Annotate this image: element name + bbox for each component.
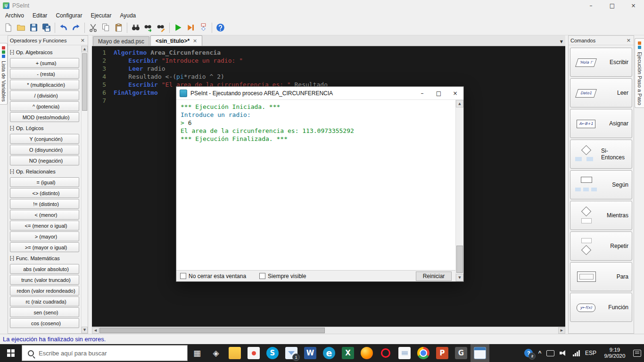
minimize-button[interactable]: – [580,0,602,11]
variables-panel-tab[interactable]: Lista de Variables [0,43,8,105]
taskbar-search[interactable] [22,345,188,361]
operator-entry[interactable]: > (mayor) [10,231,79,241]
file-explorer-icon[interactable] [225,344,244,362]
scrollbar-thumb[interactable] [99,328,325,333]
operator-entry[interactable]: >= (mayor o igual) [10,242,79,252]
operator-entry[interactable]: [-] Op. Algebraicos [9,47,80,57]
tab-close-icon[interactable]: × [193,38,197,44]
operator-entry[interactable]: <> (distinto) [10,188,79,198]
exec-maximize-button[interactable]: □ [430,87,447,100]
operator-entry[interactable]: [-] Op. Relacionales [9,166,80,176]
checkbox-box[interactable] [180,273,186,279]
close-panel-icon[interactable]: × [626,37,632,43]
command-item[interactable]: A←B+1 Asignar [570,109,632,138]
taskbar-clock[interactable]: 9:19 9/9/2020 [602,347,628,359]
menu-item[interactable]: Editar [28,12,51,19]
command-item[interactable]: Si-Entonces [570,140,632,169]
tray-help-icon[interactable]: ? [524,349,533,357]
edge-icon[interactable]: e [320,344,339,362]
operator-entry[interactable]: / (división) [10,90,79,100]
command-item[interactable]: Mientras [570,201,632,230]
store-icon[interactable] [244,344,263,362]
powerpoint-icon[interactable]: P [433,344,452,362]
scroll-up-icon[interactable]: ▲ [456,100,463,107]
operator-entry[interactable]: MOD (resto/modulo) [10,112,79,122]
scroll-right-icon[interactable]: ▶ [558,327,565,334]
operator-entry[interactable]: cos (coseno) [10,318,79,328]
operator-entry[interactable]: [-] Func. Matemáticas [9,253,80,263]
exec-console[interactable]: *** Ejecución Iniciada. ***Introduce un … [176,100,455,270]
chrome-icon[interactable] [414,344,433,362]
save-file-icon[interactable] [27,21,40,34]
copy-icon[interactable] [99,21,112,34]
run-icon[interactable] [172,21,184,34]
paste-icon[interactable] [112,21,125,34]
restart-button[interactable]: Reiniciar [416,272,452,281]
menu-item[interactable]: Archivo [1,12,28,19]
display-icon[interactable] [546,350,554,356]
help-icon[interactable] [214,21,227,34]
operator-entry[interactable]: * (multiplicación) [10,80,79,90]
exec-minimize-button[interactable]: – [414,87,430,100]
find-next-icon[interactable] [142,21,155,34]
redo-icon[interactable] [70,21,83,34]
tab-sin-titulo[interactable]: <sin_titulo>* × [150,35,202,46]
word-icon[interactable]: W [301,344,320,362]
command-item[interactable]: Según [570,170,632,199]
exec-close-button[interactable]: × [447,87,463,100]
language-indicator[interactable]: ESP [585,350,596,356]
operator-entry[interactable]: NO (negación) [10,156,79,165]
exec-scrollbar[interactable]: ▲ ▼ [455,100,463,281]
command-item[interactable]: y←f(x) Función [570,293,632,322]
pseint-taskbar-icon[interactable] [471,344,489,362]
command-item[interactable]: 'Hola !' Escribir [570,48,632,77]
close-panel-icon[interactable]: × [80,37,86,43]
menu-item[interactable]: Ejecutar [86,12,116,19]
skype-icon[interactable]: S [263,344,282,362]
action-center-icon[interactable] [633,350,641,357]
operator-entry[interactable]: = (igual) [10,177,79,187]
new-file-icon[interactable] [2,21,15,34]
maximize-button[interactable]: □ [602,0,623,11]
operator-entry[interactable]: redon (valor redondeado) [10,286,79,296]
scrollbar-thumb[interactable] [82,53,87,111]
undo-icon[interactable] [57,21,70,34]
operator-entry[interactable]: - (resta) [10,69,79,79]
operator-entry[interactable]: Y (conjunción) [10,134,79,144]
scroll-down-icon[interactable]: ▼ [456,274,463,281]
operator-entry[interactable]: + (suma) [10,58,79,68]
checkbox[interactable]: Siempre visible [259,273,306,280]
editor-horizontal-scrollbar[interactable]: ◀ ▶ [92,327,565,334]
flowchart-icon[interactable] [197,21,210,34]
checkbox-box[interactable] [259,273,265,279]
tab-list-dropdown-icon[interactable]: ▼ [560,40,563,44]
find-icon[interactable] [129,21,142,34]
close-button[interactable]: × [623,0,644,11]
scroll-down-icon[interactable]: ▼ [82,327,88,333]
menu-item[interactable]: Ayuda [116,12,140,19]
volume-icon[interactable] [560,349,568,357]
opera-icon[interactable] [376,344,395,362]
network-icon[interactable] [573,350,580,356]
menu-item[interactable]: Configurar [51,12,86,19]
mail-icon[interactable] [282,344,301,362]
scrollbar-track[interactable] [99,327,558,334]
firefox-icon[interactable] [357,344,376,362]
cut-icon[interactable] [87,21,99,34]
hidden-icons-chevron-icon[interactable]: ^ [538,350,541,356]
operator-entry[interactable]: abs (valor absoluto) [10,264,79,274]
exec-title-bar[interactable]: PSeInt - Ejecutando proceso AREA_CIRCUNF… [176,87,463,100]
save-all-icon[interactable] [40,21,53,34]
chat-icon[interactable]: ◈ [206,344,225,362]
scrollbar-thumb[interactable] [456,246,463,273]
operator-entry[interactable]: < (menor) [10,210,79,220]
operator-entry[interactable]: != (distinto) [10,199,79,209]
operators-scrollbar[interactable]: ▲ ▼ [81,46,88,333]
command-item[interactable]: Para [570,262,632,291]
step-execution-tab[interactable]: Ejecución Paso a Paso [635,38,644,108]
open-file-icon[interactable] [15,21,27,34]
step-run-icon[interactable] [184,21,197,34]
operator-entry[interactable]: ^ (potencia) [10,101,79,111]
scroll-up-icon[interactable]: ▲ [82,46,88,52]
operator-entry[interactable]: [-] Op. Lógicos [9,123,80,133]
